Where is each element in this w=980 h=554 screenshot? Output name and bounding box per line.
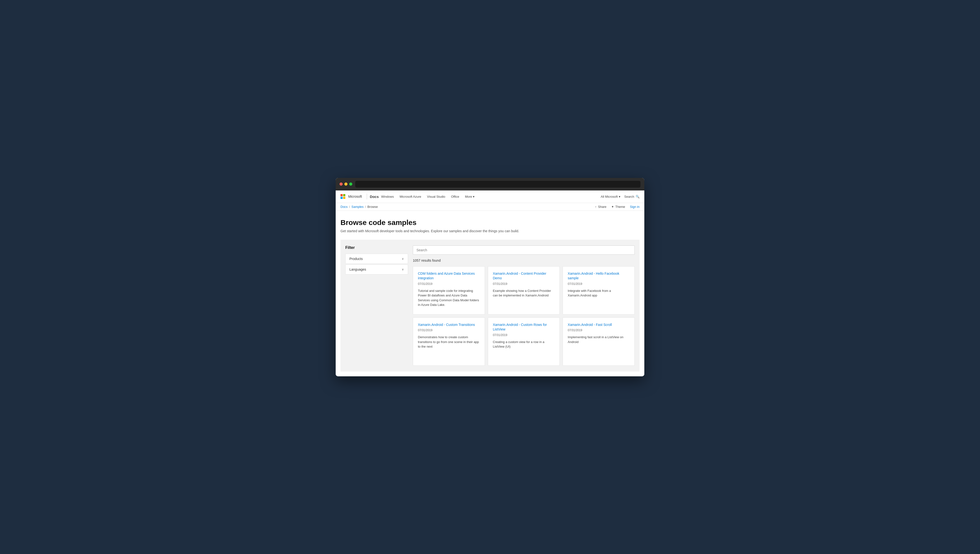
address-bar[interactable] bbox=[355, 181, 641, 188]
filter-products-header[interactable]: Products ∨ bbox=[345, 254, 408, 263]
page-content: Browse code samples Get started with Mic… bbox=[336, 211, 644, 376]
all-microsoft-label: All Microsoft bbox=[601, 195, 618, 198]
search-icon: 🔍 bbox=[636, 195, 640, 198]
breadcrumb-sep-2: / bbox=[365, 205, 366, 209]
card-1: Xamarin.Android - Content Provider Demo … bbox=[488, 266, 560, 315]
breadcrumb-samples[interactable]: Samples bbox=[352, 205, 364, 209]
nav-divider bbox=[367, 193, 367, 200]
traffic-light-yellow[interactable] bbox=[344, 182, 347, 186]
filter-products-label: Products bbox=[349, 257, 363, 261]
products-chevron-icon: ∨ bbox=[402, 257, 404, 260]
card-5-date: 07/31/2019 bbox=[568, 329, 630, 332]
card-5-title[interactable]: Xamarin.Android - Fast Scroll bbox=[568, 323, 630, 327]
nav-right: All Microsoft ▾ Search 🔍 bbox=[601, 195, 640, 198]
share-button[interactable]: ↑ Share bbox=[595, 205, 606, 209]
languages-chevron-icon: ∨ bbox=[402, 268, 404, 271]
all-microsoft-button[interactable]: All Microsoft ▾ bbox=[601, 195, 620, 198]
browser-window: Microsoft Docs Windows Microsoft Azure V… bbox=[336, 178, 644, 376]
card-1-title[interactable]: Xamarin.Android - Content Provider Demo bbox=[493, 271, 555, 281]
card-0-desc: Tutorial and sample code for integrating… bbox=[418, 289, 480, 307]
nav-more-chevron-icon: ▾ bbox=[473, 195, 474, 198]
breadcrumb-actions: ↑ Share ✦ Theme Sign in bbox=[595, 205, 640, 209]
card-0-date: 07/31/2019 bbox=[418, 282, 480, 286]
ms-logo-red bbox=[340, 194, 343, 196]
card-0: CDM folders and Azure Data Services inte… bbox=[413, 266, 485, 315]
nav-links: Windows Microsoft Azure Visual Studio Of… bbox=[379, 194, 601, 200]
card-2: Xamarin.Android - Hello Facebook sample … bbox=[563, 266, 635, 315]
card-4-desc: Creating a custom view for a row in a Li… bbox=[493, 340, 555, 349]
nav-search-button[interactable]: Search 🔍 bbox=[624, 195, 640, 198]
nav-link-vs[interactable]: Visual Studio bbox=[425, 194, 448, 200]
card-4-date: 07/31/2019 bbox=[493, 334, 555, 337]
breadcrumb-docs[interactable]: Docs bbox=[340, 205, 348, 209]
nav-link-windows[interactable]: Windows bbox=[379, 194, 396, 200]
card-3-title[interactable]: Xamarin.Android - Custom Transitions bbox=[418, 323, 480, 327]
card-2-title[interactable]: Xamarin.Android - Hello Facebook sample bbox=[568, 271, 630, 281]
page-subtitle: Get started with Microsoft developer too… bbox=[340, 229, 640, 233]
breadcrumb-browse: Browse bbox=[367, 205, 378, 209]
results-search-input[interactable] bbox=[413, 246, 635, 255]
nav-more-menu[interactable]: More ▾ bbox=[463, 194, 477, 200]
results-count: 1057 results found bbox=[413, 259, 635, 262]
microsoft-logo[interactable]: Microsoft bbox=[340, 194, 362, 199]
ms-logo-yellow bbox=[343, 197, 345, 199]
nav-link-office[interactable]: Office bbox=[449, 194, 461, 200]
nav-link-azure[interactable]: Microsoft Azure bbox=[397, 194, 424, 200]
browser-chrome bbox=[336, 178, 644, 190]
filter-languages-header[interactable]: Languages ∨ bbox=[345, 265, 408, 274]
card-2-desc: Integrate with Facebook from a Xamarin.A… bbox=[568, 289, 630, 298]
nav-more-label: More bbox=[465, 195, 472, 198]
filter-languages-section: Languages ∨ bbox=[345, 264, 408, 275]
share-icon: ↑ bbox=[595, 205, 597, 209]
filter-languages-label: Languages bbox=[349, 267, 366, 271]
results-area: 1057 results found CDM folders and Azure… bbox=[413, 246, 635, 366]
card-1-desc: Example showing how a Content Provider c… bbox=[493, 289, 555, 298]
breadcrumb-bar: Docs / Samples / Browse ↑ Share ✦ Theme … bbox=[336, 203, 644, 211]
theme-icon: ✦ bbox=[611, 205, 614, 209]
card-5-desc: Implementing fast scroll in a ListView o… bbox=[568, 335, 630, 344]
ms-logo-grid bbox=[340, 194, 345, 199]
ms-logo-green bbox=[343, 194, 345, 196]
docs-brand[interactable]: Docs bbox=[370, 195, 379, 199]
card-2-date: 07/31/2019 bbox=[568, 282, 630, 286]
content-area: Filter Products ∨ Languages ∨ bbox=[340, 240, 640, 372]
nav-bar: Microsoft Docs Windows Microsoft Azure V… bbox=[336, 190, 644, 203]
traffic-light-green[interactable] bbox=[349, 182, 352, 186]
card-3-desc: Demonstrates how to create custom transi… bbox=[418, 335, 480, 349]
card-3-date: 07/31/2019 bbox=[418, 329, 480, 332]
card-0-title[interactable]: CDM folders and Azure Data Services inte… bbox=[418, 271, 480, 281]
theme-label: Theme bbox=[616, 205, 625, 209]
card-4: Xamarin.Android - Custom Rows for ListVi… bbox=[488, 318, 560, 366]
cards-grid: CDM folders and Azure Data Services inte… bbox=[413, 266, 635, 366]
search-label: Search bbox=[624, 195, 634, 198]
card-5: Xamarin.Android - Fast Scroll 07/31/2019… bbox=[563, 318, 635, 366]
search-box-container bbox=[413, 246, 635, 255]
card-3: Xamarin.Android - Custom Transitions 07/… bbox=[413, 318, 485, 366]
page-title: Browse code samples bbox=[340, 219, 640, 227]
filter-products-section: Products ∨ bbox=[345, 254, 408, 264]
all-microsoft-chevron-icon: ▾ bbox=[619, 195, 620, 198]
share-label: Share bbox=[598, 205, 606, 209]
breadcrumb-sep-1: / bbox=[349, 205, 350, 209]
ms-logo-blue bbox=[340, 197, 343, 199]
card-1-date: 07/31/2019 bbox=[493, 282, 555, 286]
filter-title: Filter bbox=[345, 246, 408, 250]
breadcrumb: Docs / Samples / Browse bbox=[340, 205, 378, 209]
microsoft-label: Microsoft bbox=[348, 195, 362, 198]
traffic-lights bbox=[339, 182, 352, 186]
traffic-light-red[interactable] bbox=[339, 182, 343, 186]
filter-sidebar: Filter Products ∨ Languages ∨ bbox=[345, 246, 408, 366]
card-4-title[interactable]: Xamarin.Android - Custom Rows for ListVi… bbox=[493, 323, 555, 332]
theme-button[interactable]: ✦ Theme bbox=[611, 205, 625, 209]
signin-button[interactable]: Sign in bbox=[630, 205, 640, 209]
